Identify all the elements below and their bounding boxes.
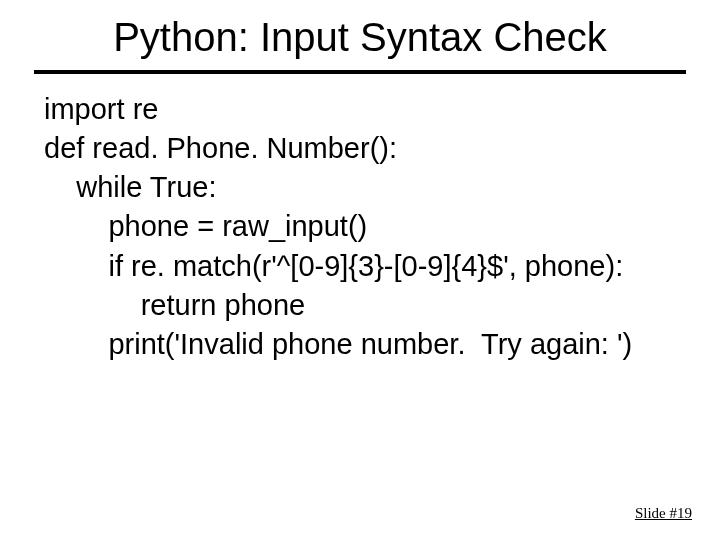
code-block: import re def read. Phone. Number(): whi… xyxy=(44,90,684,364)
code-line: while True: xyxy=(44,171,216,203)
code-line: print('Invalid phone number. Try again: … xyxy=(44,328,632,360)
slide-title: Python: Input Syntax Check xyxy=(0,15,720,60)
title-rule xyxy=(34,70,686,74)
code-line: return phone xyxy=(44,289,305,321)
code-line: phone = raw_input() xyxy=(44,210,367,242)
code-line: def read. Phone. Number(): xyxy=(44,132,397,164)
slide-number: Slide #19 xyxy=(635,505,692,522)
slide: Python: Input Syntax Check import re def… xyxy=(0,0,720,540)
code-line: if re. match(r'^[0-9]{3}-[0-9]{4}$', pho… xyxy=(44,250,623,282)
code-line: import re xyxy=(44,93,158,125)
